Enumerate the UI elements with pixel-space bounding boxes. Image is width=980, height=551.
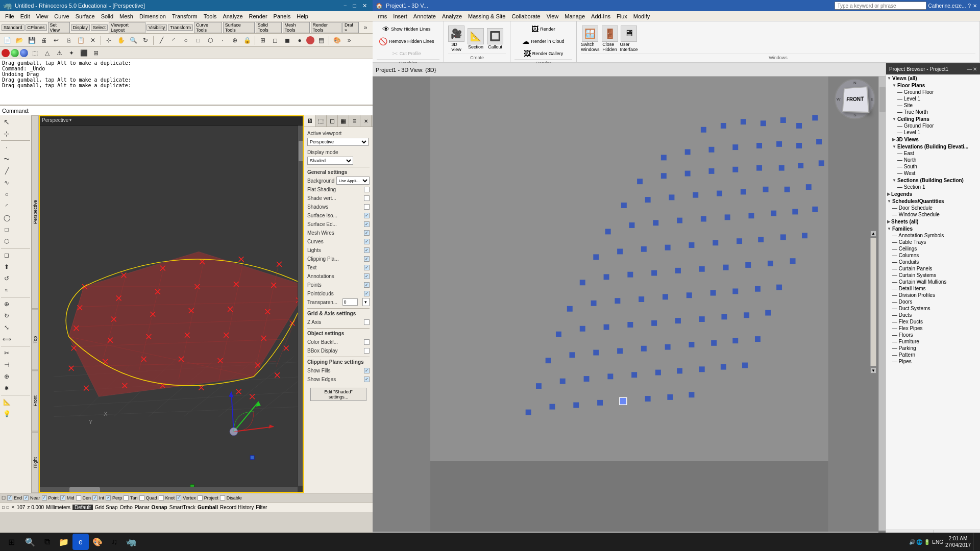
- snap-end-cb[interactable]: [7, 495, 12, 500]
- points-checkbox[interactable]: [364, 282, 370, 288]
- browser-item-south[interactable]: — South: [886, 163, 980, 170]
- browser-group-sheets[interactable]: ▶ Sheets (all): [886, 218, 980, 225]
- browser-group-3d-views[interactable]: ▶ 3D Views: [886, 136, 980, 143]
- revit-menu-manage[interactable]: Manage: [561, 13, 588, 20]
- rhino-close-btn[interactable]: ✕: [360, 2, 370, 10]
- select-btn[interactable]: ⊹: [103, 35, 114, 46]
- browser-item-annotation-symbols[interactable]: — Annotation Symbols: [886, 232, 980, 239]
- browser-group-ceiling-plans[interactable]: ▼ Ceiling Plans: [886, 115, 980, 122]
- revit-menu-rms[interactable]: rms: [375, 13, 390, 20]
- solid-btn[interactable]: ◼: [282, 35, 293, 46]
- circle-btn[interactable]: ○: [180, 35, 191, 46]
- shadows-checkbox[interactable]: [364, 204, 370, 210]
- revit-menu-view[interactable]: View: [544, 13, 562, 20]
- bbox-display-checkbox[interactable]: [364, 348, 370, 354]
- browser-item-pipes[interactable]: — Pipes: [886, 358, 980, 365]
- browser-item-east[interactable]: — East: [886, 150, 980, 157]
- switch-windows-btn[interactable]: 🪟 SwitchWindows: [581, 26, 600, 52]
- revit-help-btn[interactable]: ?: [968, 3, 971, 9]
- surface-iso-checkbox[interactable]: [364, 213, 370, 218]
- browser-item-detail-items[interactable]: — Detail Items: [886, 285, 980, 292]
- menu-surface[interactable]: Surface: [72, 13, 98, 20]
- tool-f[interactable]: ⊞: [90, 47, 102, 59]
- browser-item-door-schedule[interactable]: — Door Schedule: [886, 205, 980, 211]
- browser-item-duct-systems[interactable]: — Duct Systems: [886, 305, 980, 312]
- undo-icon[interactable]: ↩: [51, 35, 62, 46]
- command-text-input[interactable]: [32, 108, 371, 113]
- viewport-label-right[interactable]: Right: [32, 432, 38, 493]
- browser-item-conduits[interactable]: — Conduits: [886, 259, 980, 265]
- snap-mid-cb[interactable]: [60, 495, 65, 500]
- revit-scroll-v[interactable]: [878, 77, 886, 531]
- menu-view[interactable]: View: [33, 13, 52, 20]
- viewport-name-label[interactable]: Perspective ▾: [42, 117, 71, 123]
- menu-help[interactable]: Help: [293, 13, 311, 20]
- rhino-minimize-btn[interactable]: −: [341, 2, 349, 10]
- menu-mesh[interactable]: Mesh: [116, 13, 136, 20]
- surface-ed-checkbox[interactable]: [364, 221, 370, 227]
- surface-btn[interactable]: ◻: [270, 35, 281, 46]
- remove-hidden-lines-btn[interactable]: 🚫 Remove Hidden Lines: [377, 36, 436, 47]
- polygon-btn[interactable]: ⬡: [205, 35, 216, 46]
- browser-item-curtain-wall-mullions[interactable]: — Curtain Wall Mullions: [886, 279, 980, 285]
- revit-menu-flux[interactable]: Flux: [614, 13, 630, 20]
- edit-shaded-settings-btn[interactable]: Edit "Shaded" settings...: [310, 388, 366, 401]
- settings-tab-1[interactable]: 🖥: [304, 115, 315, 127]
- paste-btn[interactable]: 📋: [75, 35, 86, 46]
- browser-item-curtain-panels[interactable]: — Curtain Panels: [886, 265, 980, 272]
- section-btn[interactable]: 📐 Section: [468, 28, 484, 49]
- transparent-input[interactable]: [342, 298, 358, 306]
- browser-group-sections[interactable]: ▼ Sections (Building Section): [886, 177, 980, 184]
- render-btn[interactable]: 🖼 Render: [514, 23, 572, 35]
- tool-a[interactable]: ⬚: [29, 47, 40, 59]
- taskbar-search-btn[interactable]: 🔍: [22, 534, 38, 550]
- color-btn[interactable]: [306, 36, 314, 44]
- snap-perp-cb[interactable]: [106, 495, 111, 500]
- snap-point-cb[interactable]: [42, 495, 47, 500]
- revit-close-btn[interactable]: ✕: [973, 3, 977, 9]
- snap-project-cb[interactable]: [198, 495, 203, 500]
- settings-tab-4[interactable]: ▦: [338, 115, 349, 127]
- snap-tan-cb[interactable]: [124, 495, 129, 500]
- callout-btn[interactable]: 🔲 Callout: [487, 28, 503, 49]
- show-hidden-lines-btn[interactable]: 👁 Show Hidden Lines: [377, 23, 436, 35]
- revit-menu-insert[interactable]: Insert: [390, 13, 410, 20]
- open-btn[interactable]: 📂: [14, 35, 25, 46]
- snap-btn[interactable]: ⊕: [229, 35, 240, 46]
- user-interface-btn[interactable]: 🖥 UserInterface: [620, 26, 638, 52]
- z-axis-checkbox[interactable]: [364, 319, 370, 325]
- menu-dimension[interactable]: Dimension: [136, 13, 169, 20]
- tool-e[interactable]: ⬛: [78, 47, 89, 59]
- taskbar-rhino[interactable]: 🦏: [123, 534, 139, 550]
- shade-vert-checkbox[interactable]: [364, 195, 370, 201]
- revit-menu-massing[interactable]: Massing & Site: [465, 13, 508, 20]
- browser-item-cable-trays[interactable]: — Cable Trays: [886, 239, 980, 245]
- revit-menu-modify[interactable]: Modify: [630, 13, 653, 20]
- revit-viewport-area[interactable]: Project1 - 3D View: {3D}: [373, 63, 886, 541]
- status-osnap[interactable]: Osnap: [152, 505, 167, 510]
- revit-menu-analyze[interactable]: Analyze: [439, 13, 465, 20]
- browser-item-window-schedule[interactable]: — Window Schedule: [886, 211, 980, 218]
- sphere-btn[interactable]: ●: [294, 35, 305, 46]
- snap-near-cb[interactable]: [23, 495, 29, 500]
- browser-group-schedules[interactable]: ▼ Schedules/Quantities: [886, 197, 980, 205]
- mesh-btn[interactable]: ⊞: [257, 35, 268, 46]
- status-grid-snap[interactable]: Grid Snap: [95, 505, 118, 510]
- settings-tab-3[interactable]: ◻: [327, 115, 338, 127]
- zoom-btn[interactable]: 🔍: [128, 35, 139, 46]
- browser-item-parking[interactable]: — Parking: [886, 345, 980, 352]
- snap-vertex-cb[interactable]: [176, 495, 181, 500]
- point-btn[interactable]: ·: [217, 35, 228, 46]
- browser-item-flex-pipes[interactable]: — Flex Pipes: [886, 325, 980, 332]
- pan-btn[interactable]: ✋: [115, 35, 127, 46]
- menu-render[interactable]: Render: [246, 13, 271, 20]
- menu-curve[interactable]: Curve: [51, 13, 72, 20]
- viewport-label-front[interactable]: Front: [32, 370, 38, 431]
- rhino-viewport[interactable]: Perspective ▾: [39, 115, 304, 493]
- flat-shading-checkbox[interactable]: [364, 187, 370, 192]
- menu-panels[interactable]: Panels: [271, 13, 294, 20]
- revit-viewport-label[interactable]: Project1 - 3D View: {3D}: [376, 67, 436, 73]
- line-btn[interactable]: ╱: [156, 35, 167, 46]
- browser-group-floor-plans[interactable]: ▼ Floor Plans: [886, 82, 980, 89]
- browser-item-flex-ducts[interactable]: — Flex Ducts: [886, 318, 980, 325]
